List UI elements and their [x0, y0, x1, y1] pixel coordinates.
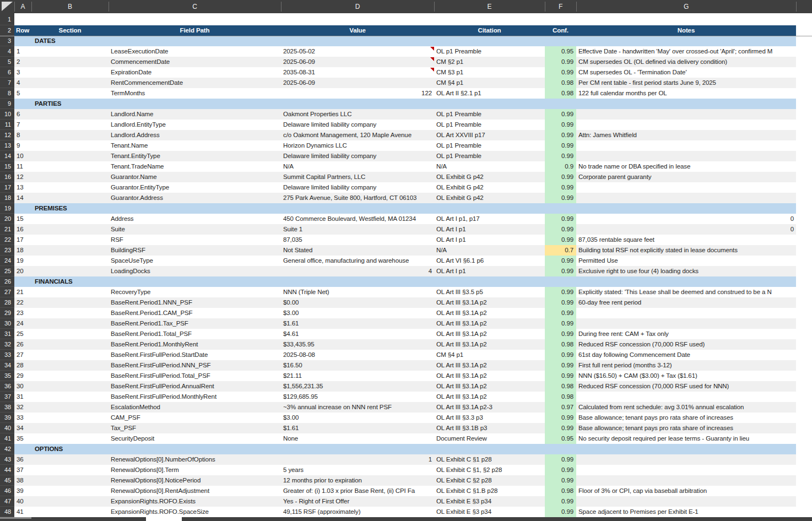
cell-conf[interactable]: 0.99	[545, 256, 576, 266]
cell-citation[interactable]: OL Exhibit C §1.B p28	[434, 486, 545, 496]
cell-notes[interactable]: No security deposit required per lease t…	[576, 433, 812, 444]
cell-citation[interactable]: CM §4 p1	[434, 350, 545, 360]
cell-value[interactable]: $3.00	[281, 308, 434, 318]
cell-citation[interactable]: OL Art III §3.1A p2	[434, 339, 545, 350]
comment-indicator-icon[interactable]	[430, 68, 434, 72]
cell-citation[interactable]: OL Exhibit C §1, §2 p28	[434, 465, 545, 475]
cell-citation[interactable]: OL Art III §3.1A p2	[434, 371, 545, 381]
cell-value[interactable]: 275 Park Avenue, Suite 800, Hartford, CT…	[281, 193, 434, 203]
cell-value[interactable]: General office, manufacturing and wareho…	[281, 256, 434, 266]
cell-notes[interactable]: 87,035 rentable square feet	[576, 235, 812, 245]
cell-field-path[interactable]: TermMonths	[109, 88, 281, 99]
cell-row-number[interactable]: 37	[14, 465, 31, 475]
cell-notes[interactable]	[576, 120, 812, 130]
cell-field-path[interactable]: SpaceUseType	[109, 256, 281, 266]
cell-conf[interactable]: 0.99	[545, 454, 576, 465]
cell-row-number[interactable]: 25	[14, 329, 31, 339]
cell-citation[interactable]: OL Art III §3.1A p2	[434, 360, 545, 371]
cell-field-path[interactable]: BaseRent.FirstFullPeriod.StartDate	[109, 350, 281, 360]
cell-value[interactable]: Greater of: (i) 1.03 x prior Base Rent, …	[281, 486, 434, 496]
cell-value[interactable]: $16.50	[281, 360, 434, 371]
cell-row-number[interactable]: 2	[14, 57, 31, 67]
cell-notes[interactable]	[576, 140, 812, 151]
cell-row-number[interactable]: 28	[14, 360, 31, 371]
cell-notes[interactable]: Base allowance; tenant pays pro rata sha…	[576, 413, 812, 423]
cell-notes[interactable]: No trade name or DBA specified in lease	[576, 161, 812, 172]
cell-value[interactable]: $1,556,231.35	[281, 381, 434, 392]
cell-conf[interactable]: 0.99	[545, 140, 576, 151]
cell-field-path[interactable]: BaseRent.FirstFullPeriod.Total_PSF	[109, 371, 281, 381]
cell-citation[interactable]: OL Art III §3.1A p2-3	[434, 402, 545, 413]
cell-field-path[interactable]: LoadingDocks	[109, 266, 281, 276]
cell-field-path[interactable]: Address	[109, 214, 281, 224]
cell-citation[interactable]: OL Art III §3.1A p2	[434, 308, 545, 318]
cell-conf[interactable]: 0.98	[545, 486, 576, 496]
cell-value[interactable]: $129,685.95	[281, 392, 434, 402]
cell-value[interactable]: 12 months prior to expiration	[281, 475, 434, 486]
cell-conf[interactable]: 0.99	[545, 182, 576, 193]
cell-notes[interactable]: Per CM rent table - first period starts …	[576, 78, 812, 88]
cell-notes[interactable]	[576, 193, 812, 203]
cell-conf[interactable]: 0.99	[545, 287, 576, 297]
cell-citation[interactable]: OL p1 Preamble	[434, 140, 545, 151]
cell-row-number[interactable]: 18	[14, 245, 31, 256]
cell-conf[interactable]: 0.98	[545, 392, 576, 402]
cell-conf[interactable]: 0.99	[545, 318, 576, 329]
cell-citation[interactable]: OL Art I p1	[434, 235, 545, 245]
cell-field-path[interactable]: RecoveryType	[109, 287, 281, 297]
cell-row-number[interactable]: 3	[14, 67, 31, 78]
cell-notes[interactable]: Calculated from rent schedule: avg 3.01%…	[576, 402, 812, 413]
cell-row-number[interactable]: 8	[14, 130, 31, 140]
column-header-C[interactable]: C	[109, 0, 281, 13]
cell-row-number[interactable]: 40	[14, 496, 31, 507]
cell-citation[interactable]: OL p1 Preamble	[434, 109, 545, 120]
cell-value[interactable]: $21.11	[281, 371, 434, 381]
cell-value[interactable]: 5 years	[281, 465, 434, 475]
cell-citation[interactable]: CM §3 p1	[434, 67, 545, 78]
cell-conf[interactable]: 0.7	[545, 245, 576, 256]
cell-conf[interactable]: 0.99	[545, 413, 576, 423]
cell-notes[interactable]: Effective Date - handwritten 'May' over …	[576, 46, 812, 57]
column-header-G[interactable]: G	[576, 0, 796, 13]
cell-field-path[interactable]: SecurityDeposit	[109, 433, 281, 444]
cell-citation[interactable]: OL Exhibit C §2 p28	[434, 475, 545, 486]
cell-citation[interactable]: CM §4 p1	[434, 78, 545, 88]
cell-citation[interactable]: OL Art III §3.1A p2	[434, 318, 545, 329]
cell-conf[interactable]: 0.99	[545, 109, 576, 120]
cell-conf[interactable]: 0.99	[545, 151, 576, 161]
cell-field-path[interactable]: ExpansionRights.ROFO.Exists	[109, 496, 281, 507]
cell-value[interactable]: $1.61	[281, 318, 434, 329]
cell-row-number[interactable]: 31	[14, 392, 31, 402]
cell-conf[interactable]: 0.99	[545, 350, 576, 360]
cell-conf[interactable]: 0.99	[545, 266, 576, 276]
cell-conf[interactable]: 0.98	[545, 339, 576, 350]
cell-notes[interactable]	[576, 109, 812, 120]
cell-citation[interactable]: OL p1 Preamble	[434, 151, 545, 161]
cell-value[interactable]: 2025-08-08	[281, 350, 434, 360]
row-header-1[interactable]: 1	[0, 13, 14, 25]
cell-conf[interactable]: 0.99	[545, 371, 576, 381]
cell-notes[interactable]: Corporate parent guaranty	[576, 172, 812, 182]
cell-row-number[interactable]: 9	[14, 140, 31, 151]
cell-notes[interactable]: Exclusive right to use four (4) loading …	[576, 266, 812, 276]
cell-field-path[interactable]: RenewalOptions[0].NumberOfOptions	[109, 454, 281, 465]
cell-row-number[interactable]: 24	[14, 318, 31, 329]
cell-conf[interactable]: 0.99	[545, 214, 576, 224]
cell-field-path[interactable]: Guarantor.Name	[109, 172, 281, 182]
cell-field-path[interactable]: BaseRent.Period1.Tax_PSF	[109, 318, 281, 329]
cell-field-path[interactable]: Landlord.EntityType	[109, 120, 281, 130]
cell-value[interactable]: 2025-06-09	[281, 78, 434, 88]
cell-row-number[interactable]: 39	[14, 486, 31, 496]
cell-field-path[interactable]: BaseRent.Period1.Total_PSF	[109, 329, 281, 339]
cell-field-path[interactable]: Tax_PSF	[109, 423, 281, 433]
cell-field-path[interactable]: Guarantor.Address	[109, 193, 281, 203]
cell-field-path[interactable]: BaseRent.FirstFullPeriod.NNN_PSF	[109, 360, 281, 371]
column-header-F[interactable]: F	[545, 0, 576, 13]
cell-notes[interactable]: During free rent: CAM + Tax only	[576, 329, 812, 339]
cell-citation[interactable]: CM §2 p1	[434, 57, 545, 67]
cell-value[interactable]: $0.00	[281, 297, 434, 308]
cell-value[interactable]: 4	[281, 266, 434, 276]
cell-conf[interactable]: 0.9	[545, 161, 576, 172]
cell-conf[interactable]: 0.99	[545, 507, 576, 517]
cell-field-path[interactable]: BaseRent.Period1.CAM_PSF	[109, 308, 281, 318]
